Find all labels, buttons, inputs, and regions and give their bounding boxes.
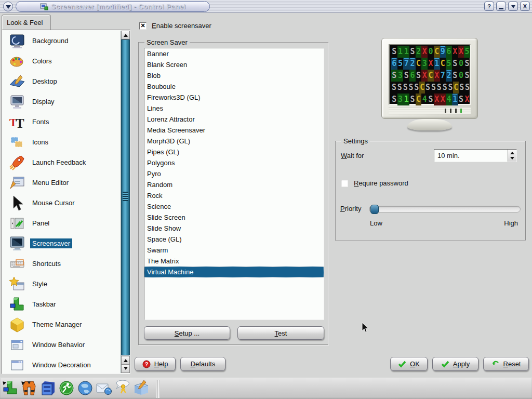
scroll-down-button[interactable] bbox=[121, 364, 130, 373]
scroll-up-button-2[interactable] bbox=[121, 356, 130, 365]
sidebar-item-taskbar[interactable]: Taskbar bbox=[3, 294, 121, 314]
window-title-pill[interactable]: Screensaver [modified] - Control Panel bbox=[16, 1, 210, 12]
sidebar-item-desktop[interactable]: Desktop bbox=[3, 71, 121, 91]
screensaver-item-rock[interactable]: Rock bbox=[144, 190, 324, 201]
maximize-button[interactable] bbox=[508, 2, 518, 11]
launcher-life-vest[interactable] bbox=[20, 380, 38, 398]
launcher-mail-client[interactable] bbox=[95, 380, 113, 398]
sidebar-item-style[interactable]: Style bbox=[3, 274, 121, 294]
launcher-web-browser[interactable] bbox=[76, 380, 95, 398]
monitor-led bbox=[445, 109, 446, 113]
sidebar-item-label: Shortcuts bbox=[30, 259, 63, 269]
scroll-up-button[interactable] bbox=[121, 31, 130, 39]
wait-for-value: 10 min. bbox=[434, 152, 508, 159]
reset-button[interactable]: Reset bbox=[483, 357, 529, 371]
screensaver-item-polygons[interactable]: Polygons bbox=[144, 157, 324, 168]
screensaver-item-lorenz-attractor[interactable]: Lorenz Attractor bbox=[144, 114, 324, 125]
screensaver-item-lines[interactable]: Lines bbox=[144, 103, 324, 114]
help-button[interactable]: ? Help bbox=[135, 357, 176, 371]
screensaver-item-pyro[interactable]: Pyro bbox=[144, 168, 324, 179]
launcher-kmenu[interactable] bbox=[1, 380, 20, 398]
taskbar-icon bbox=[9, 296, 25, 313]
screensaver-item-blank-screen[interactable]: Blank Screen bbox=[144, 59, 324, 70]
enable-screensaver-checkbox[interactable]: ✕ bbox=[139, 22, 147, 30]
titlebar-help-button[interactable]: ? bbox=[484, 2, 494, 11]
sidebar-item-theme-manager[interactable]: Theme Manager bbox=[3, 314, 121, 335]
screensaver-item-slide-screen[interactable]: Slide Screen bbox=[144, 212, 324, 223]
scrollbar-thumb[interactable] bbox=[121, 39, 130, 355]
mouse-pointer bbox=[361, 322, 371, 334]
chevron-down-icon bbox=[6, 5, 11, 11]
screensaver-item-morph3d-gl-[interactable]: Morph3D (GL) bbox=[144, 136, 324, 147]
spin-arrows[interactable] bbox=[508, 150, 516, 162]
launcher-notes[interactable] bbox=[132, 380, 151, 398]
ok-button[interactable]: OK bbox=[390, 357, 428, 371]
screensaver-item-swarm[interactable]: Swarm bbox=[144, 245, 324, 256]
sidebar-item-label: Icons bbox=[30, 137, 50, 147]
priority-slider[interactable] bbox=[369, 206, 521, 212]
sidebar-item-panel[interactable]: Panel bbox=[3, 213, 121, 233]
wait-for-spinbox[interactable]: 10 min. bbox=[434, 149, 517, 162]
sidebar-item-launch-feedback[interactable]: Launch Feedback bbox=[3, 152, 121, 172]
spin-down-button[interactable] bbox=[508, 156, 516, 162]
screensaver-item-fireworks3d-gl-[interactable]: Fireworks3D (GL) bbox=[144, 92, 324, 103]
fonts-icon: TT bbox=[9, 114, 25, 130]
screensaver-list[interactable]: BannerBlank ScreenBlobBoubouleFireworks3… bbox=[144, 48, 324, 320]
applet-handle[interactable] bbox=[156, 380, 160, 398]
sidebar-item-background[interactable]: Background bbox=[3, 31, 121, 51]
close-button[interactable]: X bbox=[520, 2, 530, 11]
titlebar[interactable]: Screensaver [modified] - Control Panel ?… bbox=[0, 0, 532, 13]
screensaver-item-space-gl-[interactable]: Space (GL) bbox=[144, 234, 324, 245]
arrow-up-icon bbox=[510, 150, 514, 154]
tab-look-and-feel[interactable]: Look & Feel bbox=[2, 15, 51, 30]
window-decoration-icon bbox=[9, 357, 25, 374]
sidebar-item-colors[interactable]: Colors bbox=[3, 51, 121, 71]
virtual-machine-preview: S11S2X0C96XX56572C3X1C5S0SS3S6SXCX72S0SS… bbox=[391, 46, 470, 105]
sidebar-item-window-decoration[interactable]: Window Decoration bbox=[3, 355, 121, 373]
settings-group-title: Settings bbox=[341, 137, 370, 145]
sidebar-item-mouse-cursor[interactable]: Mouse Cursor bbox=[3, 193, 121, 213]
background-icon bbox=[9, 33, 25, 49]
screensaver-item-media-screensaver[interactable]: Media Screensaver bbox=[144, 125, 324, 136]
arrow-up-icon bbox=[124, 32, 128, 37]
sidebar-item-menu-editor[interactable]: Menu Editor bbox=[3, 172, 121, 193]
screensaver-item-bouboule[interactable]: Bouboule bbox=[144, 81, 324, 92]
defaults-button[interactable]: Defaults bbox=[180, 357, 225, 371]
slider-handle[interactable] bbox=[370, 205, 379, 214]
setup-button[interactable]: Setup ... bbox=[144, 326, 230, 340]
screensaver-item-science[interactable]: Science bbox=[144, 201, 324, 212]
control-panel-icon bbox=[40, 3, 48, 11]
screensaver-item-banner[interactable]: Banner bbox=[144, 48, 324, 59]
wait-for-label: Wait for bbox=[341, 152, 364, 159]
spin-up-button[interactable] bbox=[508, 150, 516, 156]
test-button[interactable]: Test bbox=[237, 326, 324, 340]
sidebar-item-label: Launch Feedback bbox=[30, 157, 88, 167]
sidebar-item-screensaver[interactable]: Screensaver bbox=[3, 233, 121, 254]
window-behavior-icon bbox=[9, 337, 25, 353]
launcher-instant-messenger[interactable] bbox=[113, 380, 132, 398]
scrollbar-grip bbox=[123, 192, 128, 201]
sidebar: Background Colors Desktop Display TT Fon… bbox=[2, 30, 130, 374]
screensaver-item-the-matrix[interactable]: The Matrix bbox=[144, 256, 324, 267]
screensaver-item-pipes-gl-[interactable]: Pipes (GL) bbox=[144, 147, 324, 157]
sidebar-item-icons[interactable]: Icons bbox=[3, 132, 121, 152]
screensaver-item-blob[interactable]: Blob bbox=[144, 70, 324, 81]
sidebar-item-fonts[interactable]: TT Fonts bbox=[3, 112, 121, 132]
screensaver-item-slide-show[interactable]: Slide Show bbox=[144, 223, 324, 234]
sidebar-item-display[interactable]: Display bbox=[3, 91, 121, 112]
window-menu-button[interactable] bbox=[3, 2, 13, 11]
check-icon bbox=[441, 360, 449, 368]
apply-button[interactable]: Apply bbox=[432, 357, 478, 371]
launcher-run-command[interactable] bbox=[57, 380, 76, 398]
require-password-checkbox[interactable] bbox=[341, 180, 348, 187]
sidebar-item-label: Colors bbox=[30, 56, 54, 66]
minimize-button[interactable] bbox=[496, 2, 506, 11]
screensaver-item-virtual-machine[interactable]: Virtual Machine bbox=[144, 267, 324, 277]
screensaver-item-random[interactable]: Random bbox=[144, 179, 324, 190]
sidebar-item-window-behavior[interactable]: Window Behavior bbox=[3, 335, 121, 355]
sidebar-item-shortcuts[interactable]: Shortcuts bbox=[3, 254, 121, 274]
sidebar-scrollbar[interactable] bbox=[121, 31, 129, 373]
launcher-file-cabinet[interactable] bbox=[38, 380, 57, 398]
instant-messenger-icon bbox=[114, 380, 131, 398]
notes-icon bbox=[133, 380, 150, 398]
